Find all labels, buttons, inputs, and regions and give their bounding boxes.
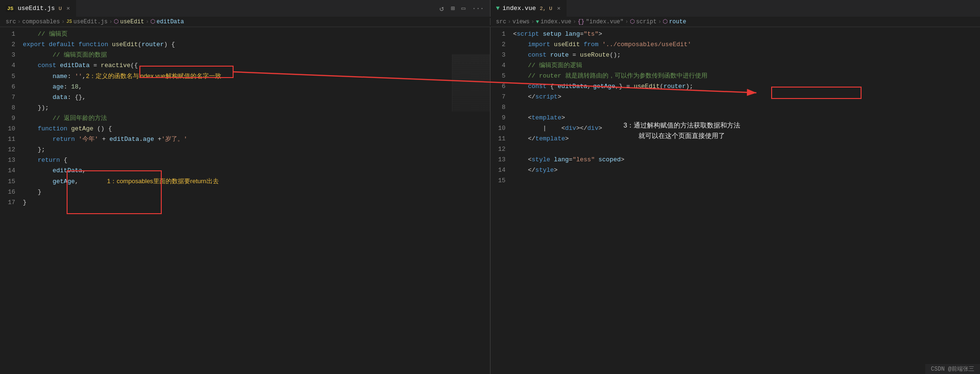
code-line-left-7: 7 data: {}, [0, 92, 490, 103]
left-tab-modified: U [59, 6, 62, 11]
editor-container: JS useEdit.js U ✕ ↺ ⊞ ▭ ··· ▼ index.vue … [0, 0, 980, 374]
code-line-right-4: 4 // 编辑页面的逻辑 [490, 60, 980, 71]
code-line-right-8: 8 [490, 102, 980, 113]
status-bar-label: CSDN @前端张三 [931, 366, 974, 373]
annotation-note3: 3：通过解构赋值的方法获取数据和方法 就可以在这个页面直接使用了 [624, 120, 741, 141]
code-line-right-13: 13 <style lang="less" scoped> [490, 155, 980, 165]
code-line-left-17: 17 } [0, 197, 490, 208]
history-icon[interactable]: ↺ [440, 4, 444, 13]
code-line-left-1: 1 // 编辑页 [0, 29, 490, 39]
left-tab-close[interactable]: ✕ [67, 5, 70, 12]
code-line-left-2: 2 export default function useEdit(router… [0, 39, 490, 50]
code-line-left-15: 15 getAge,1：composables里面的数据要return出去 [0, 176, 490, 187]
left-editor-pane: 1 // 编辑页 2 export default function useEd… [0, 27, 490, 374]
code-line-right-15: 15 [490, 176, 980, 186]
vue-icon: ▼ [496, 5, 500, 12]
code-line-right-6: 6 const { editData,getAge,} = useEdit(ro… [490, 81, 980, 92]
code-line-right-1: 1 <script setup lang="ts"> [490, 29, 980, 39]
code-line-left-12: 12 }; [0, 145, 490, 155]
right-tab-label: index.vue [502, 5, 536, 12]
code-line-left-3: 3 // 编辑页面的数据 [0, 50, 490, 60]
right-breadcrumb: src › views › ▼ index.vue › {} "index.vu… [490, 18, 980, 25]
code-line-left-14: 14 editData, [0, 166, 490, 176]
code-line-left-8: 8 }); [0, 103, 490, 113]
left-breadcrumb: src › composables › JS useEdit.js › ⬡ us… [0, 18, 490, 25]
code-line-left-6: 6 age: 18, [0, 82, 490, 92]
left-code-area: 1 // 编辑页 2 export default function useEd… [0, 27, 490, 374]
code-line-right-7: 7 </script> [490, 92, 980, 102]
right-editor-pane: 1 <script setup lang="ts"> 2 import useE… [490, 27, 980, 374]
left-tab-useEdit[interactable]: JS useEdit.js U ✕ [0, 0, 76, 17]
code-line-left-10: 10 function getAge () { [0, 124, 490, 134]
code-line-left-16: 16 } [0, 187, 490, 197]
split-icon[interactable]: ⊞ [451, 4, 454, 12]
code-line-right-3: 3 const route = useRoute(); [490, 50, 980, 60]
code-line-left-11: 11 return '今年' + editData.age +'岁了。' [0, 134, 490, 145]
js-icon: JS [6, 5, 15, 12]
code-line-left-5: 5 name: '',2：定义的函数名与index.vue解构赋值的名字一致 [0, 71, 490, 82]
layout-icon[interactable]: ▭ [461, 4, 465, 12]
code-line-left-4: 4 const editData = reactive({ [0, 60, 490, 71]
right-tab-modified: 2, U [540, 6, 552, 11]
code-line-right-14: 14 </style> [490, 165, 980, 176]
code-line-right-12: 12 [490, 144, 980, 155]
minimap-left [452, 54, 490, 111]
status-bar: CSDN @前端张三 [925, 364, 980, 374]
right-code-area: 1 <script setup lang="ts"> 2 import useE… [490, 27, 980, 374]
code-line-right-5: 5 // router 就是跳转路由的，可以作为参数传到函数中进行使用 [490, 71, 980, 81]
left-tab-label: useEdit.js [18, 5, 55, 12]
code-line-left-9: 9 // 返回年龄的方法 [0, 113, 490, 124]
code-line-right-2: 2 import useEdit from '../composables/us… [490, 39, 980, 50]
right-tab-indexVue[interactable]: ▼ index.vue 2, U ✕ [490, 0, 567, 17]
more-icon[interactable]: ··· [472, 5, 484, 12]
right-tab-close[interactable]: ✕ [557, 5, 560, 12]
code-line-left-13: 13 return { [0, 155, 490, 166]
